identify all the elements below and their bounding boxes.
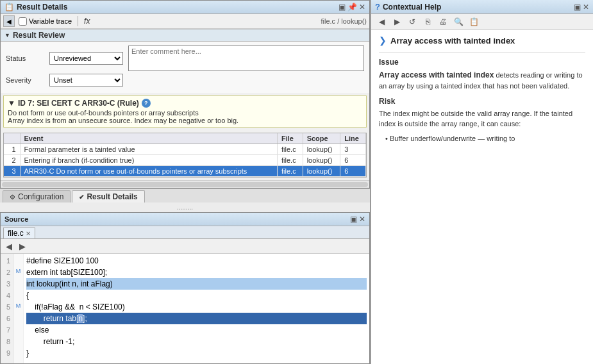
result-review-header: ▼ Result Review [1,29,369,42]
config-tab-label: Configuration [18,192,63,201]
table-row[interactable]: 2 Entering if branch (if-condition true)… [4,155,366,166]
code-line-8: return -1; [26,336,367,347]
result-review-title: Result Review [13,31,65,40]
dots-separator: ......... [0,203,370,212]
source-back-button[interactable]: ◀ [3,240,15,252]
source-maximize-icon[interactable]: ▣ [350,215,357,224]
file-tab[interactable]: file.c ✕ [3,228,35,238]
code-line-5: if(!aFlag && n < SIZE100) [26,301,367,313]
horizontal-scrollbar[interactable] [1,180,369,188]
source-forward-button[interactable]: ▶ [17,240,28,252]
help-search-button[interactable]: 🔍 [452,15,465,28]
file-tab-close[interactable]: ✕ [26,230,31,237]
rule-title: ▼ ID 7: SEI CERT C ARR30-C (Rule) ? [8,99,362,108]
help-bookmark-button[interactable]: 📋 [467,15,480,28]
help-maximize-icon[interactable]: ▣ [574,3,581,12]
review-content: Status Unreviewed Justified No Action Pl… [1,42,369,93]
marker-2: M [13,265,23,277]
marker-5: M [13,300,23,311]
help-toolbar: ◀ ▶ ↺ ⎘ 🖨 🔍 📋 [371,14,593,30]
rule-info-icon[interactable]: ? [142,99,151,108]
pin-icon[interactable]: 📌 [347,3,357,12]
scrollbar-thumb[interactable] [2,182,368,187]
help-back-button[interactable]: ◀ [375,15,388,28]
code-area: 1 2 3 4 5 6 7 8 9 M [1,254,369,363]
severity-row: Severity Unset Low Medium High [6,74,364,87]
code-line-9: } [26,347,367,359]
col-line: Line [340,133,366,144]
rule-section: ▼ ID 7: SEI CERT C ARR30-C (Rule) ? Do n… [3,95,367,128]
code-line-6: return tab[n]; [26,313,367,324]
severity-select[interactable]: Unset Low Medium High [49,74,123,87]
col-event: Event [20,133,278,144]
back-button[interactable]: ◀ [3,15,15,27]
row-line: 6 [340,155,366,166]
line-numbers: 1 2 3 4 5 6 7 8 9 [1,254,13,363]
code-lines: #define SIZE100 100 extern int tab[SIZE1… [24,254,369,363]
row-event: Entering if branch (if-condition true) [20,155,278,166]
fx-label: fx [84,17,90,26]
row-file: file.c [278,166,303,177]
section-arrow-icon: ▼ [4,32,10,38]
row-file: file.c [278,144,303,155]
rule-desc2: Array index is from an unsecure source. … [8,117,362,124]
variable-trace-label: Variable trace [29,17,72,25]
rule-desc1: Do not form or use out-of-bounds pointer… [8,109,362,117]
row-num: 2 [4,155,20,166]
col-scope: Scope [303,133,340,144]
result-details-titlebar: 📋 Result Details ▣ 📌 ✕ [1,1,369,14]
close-icon[interactable]: ✕ [359,3,365,12]
code-line-2: extern int tab[SIZE100]; [26,267,367,278]
risk-bullet-1: Buffer underflow/underwrite — writing to [385,133,585,144]
help-content: ❯ Array access with tainted index Issue … [371,30,593,364]
help-section-title: ❯ Array access with tainted index [379,35,585,46]
help-chevron-icon: ❯ [379,35,387,46]
divider [379,52,585,53]
events-table-container: Event File Scope Line 1 Formal parameter… [3,133,367,178]
col-num [4,133,20,144]
help-copy-button[interactable]: ⎘ [421,15,434,28]
code-content: 1 2 3 4 5 6 7 8 9 M [1,254,369,363]
result-details-toolbar: ◀ Variable trace fx file.c / lookup() [1,14,369,29]
help-forward-button[interactable]: ▶ [390,15,403,28]
help-title: ? Contextual Help [375,2,441,12]
window-controls[interactable]: ▣ 📌 ✕ [338,3,365,12]
help-print-button[interactable]: 🖨 [437,15,449,28]
source-window-controls[interactable]: ▣ ✕ [350,215,365,224]
risk-label: Risk [379,97,585,106]
source-panel: Source ▣ ✕ file.c ✕ ◀ ▶ [0,212,370,364]
table-row[interactable]: 1 Formal parameter is a tainted value fi… [4,144,366,155]
help-refresh-button[interactable]: ↺ [406,15,419,28]
result-details-tab-icon: ✔ [79,194,84,201]
variable-trace-checkbox-container[interactable]: Variable trace [19,17,72,26]
col-file: File [278,133,303,144]
row-line: 6 [340,166,366,177]
source-titlebar: Source ▣ ✕ [1,213,369,226]
issue-text: Array access with tainted index detects … [379,69,585,92]
code-line-3: int lookup(int n, int aFlag) [26,278,367,290]
file-path: file.c / lookup() [321,17,367,25]
configuration-tab[interactable]: ⚙ Configuration [3,190,71,203]
minimize-icon[interactable]: ▣ [338,3,346,12]
issue-text-bold: Array access with tainted index [379,70,494,79]
result-details-tab-label: Result Details [87,192,137,201]
status-label: Status [6,54,44,62]
row-scope: lookup() [303,166,340,177]
source-close-icon[interactable]: ✕ [359,215,365,224]
help-window-controls[interactable]: ▣ ✕ [574,3,589,12]
config-icon: ⚙ [10,194,15,201]
help-close-icon[interactable]: ✕ [583,3,589,12]
risk-text: The index might be outside the valid arr… [379,108,585,129]
rule-arrow-icon: ▼ [8,99,15,108]
result-details-tab[interactable]: ✔ Result Details [72,190,144,203]
row-event: Formal parameter is a tainted value [20,144,278,155]
row-event: ARR30-C Do not form or use out-of-bounds… [20,166,278,177]
contextual-help-panel: ? Contextual Help ▣ ✕ ◀ ▶ ↺ ⎘ 🖨 🔍 📋 ❯ Ar… [371,0,593,364]
help-title-icon: ? [375,2,380,12]
comment-textarea[interactable] [128,46,364,71]
table-row-selected[interactable]: 3 ARR30-C Do not form or use out-of-boun… [4,166,366,177]
status-select[interactable]: Unreviewed Justified No Action Planned B… [49,52,123,65]
file-tab-label: file.c [8,229,24,238]
code-line-4: { [26,290,367,301]
variable-trace-checkbox[interactable] [19,17,27,26]
